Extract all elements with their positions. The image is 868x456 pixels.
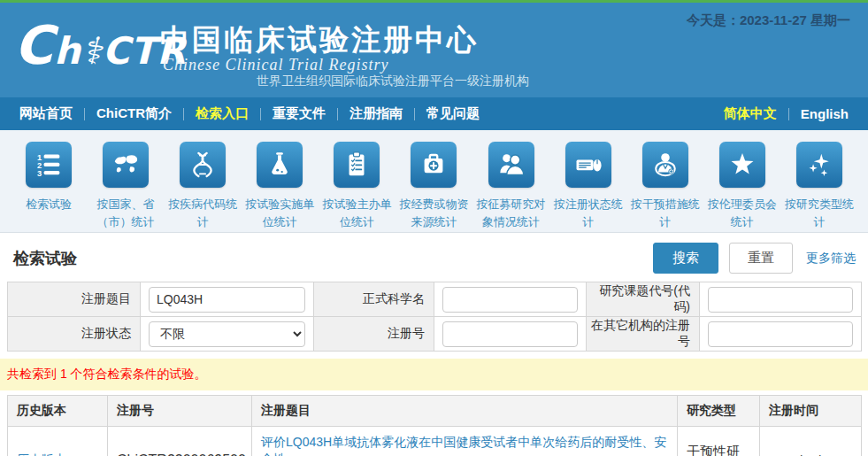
- nav-item-about[interactable]: ChiCTR简介: [96, 105, 172, 122]
- reg-number-label: 注册号: [314, 317, 434, 352]
- language-switcher: 简体中文 English: [724, 105, 849, 122]
- reset-button[interactable]: 重置: [729, 243, 793, 274]
- page: 今天是：2023-11-27 星期一 Ch⚕CTR 中国临床试验注册中心 Chi…: [0, 0, 868, 456]
- stat-by-registration-status[interactable]: 按注册状态统计: [550, 142, 626, 232]
- star-icon: [719, 142, 765, 188]
- result-count-message: 共检索到 1 个符合检索条件的试验。: [0, 359, 868, 390]
- lang-simplified-chinese[interactable]: 简体中文: [724, 105, 777, 122]
- stat-label: 按疾病代码统计: [165, 196, 241, 230]
- stat-label: 按试验主办单位统计: [319, 196, 395, 230]
- stat-label: 按经费或物资来源统计: [396, 196, 472, 230]
- sparkles-icon: [796, 142, 842, 188]
- stat-by-country-province[interactable]: 按国家、省（市）统计: [88, 142, 164, 232]
- col-study-type: 研究类型: [678, 396, 760, 427]
- site-header: 今天是：2023-11-27 星期一 Ch⚕CTR 中国临床试验注册中心 Chi…: [0, 3, 868, 97]
- stat-by-recruitment-status[interactable]: 按征募研究对象情况统计: [473, 142, 549, 232]
- nav-item-documents[interactable]: 重要文件: [273, 105, 326, 122]
- page-title: 检索试验: [13, 248, 77, 269]
- other-reg-number-label: 在其它机构的注册号: [587, 317, 700, 352]
- statistics-shortcut-bar: 1 2 3 检索试验 按国家、省（市）统计: [0, 130, 868, 233]
- clipboard-icon: [334, 142, 380, 188]
- stat-label: 按国家、省（市）统计: [88, 196, 164, 230]
- trial-study-type: 干预性研究: [678, 427, 760, 456]
- sci-name-label: 正式科学名: [314, 282, 434, 317]
- reg-number-input[interactable]: [442, 321, 578, 347]
- stat-by-funding-source[interactable]: 按经费或物资来源统计: [396, 142, 472, 232]
- stat-search-trials[interactable]: 1 2 3 检索试验: [11, 142, 87, 232]
- stat-by-study-type[interactable]: 按研究类型统计: [781, 142, 857, 232]
- stat-by-implementing-unit[interactable]: 按试验实施单位统计: [242, 142, 318, 232]
- search-actions: 搜索 重置 更多筛选: [653, 243, 856, 274]
- history-version-link[interactable]: 历史版本: [17, 452, 66, 456]
- more-filters-link[interactable]: 更多筛选: [806, 251, 856, 267]
- search-form: 注册题目 正式科学名 研究课题代号(代码) 注册状态 不限 注册号 在其它机构的…: [7, 282, 862, 352]
- world-map-icon: [103, 142, 149, 188]
- results-header-row: 历史版本 注册号 注册题目 研究类型 注册时间: [8, 396, 862, 427]
- flask-icon: [257, 142, 303, 188]
- stat-label: 按研究类型统计: [781, 196, 857, 230]
- stat-label: 按征募研究对象情况统计: [473, 196, 549, 230]
- numbered-list-icon: 1 2 3: [26, 142, 72, 188]
- site-title-english: Chinese Clinical Trial Registry: [163, 56, 389, 74]
- stat-by-ethics-committee[interactable]: 按伦理委员会统计: [704, 142, 780, 232]
- stat-label: 按伦理委员会统计: [704, 196, 780, 230]
- stat-label: 按干预措施统计: [627, 196, 703, 230]
- lang-english[interactable]: English: [801, 106, 849, 121]
- table-row: 历史版本 ChiCTR2300069500 评价LQ043H单域抗体雾化液在中国…: [8, 427, 862, 456]
- nav-item-faq[interactable]: 常见问题: [426, 105, 480, 122]
- org-subtitle: 世界卫生组织国际临床试验注册平台一级注册机构: [257, 73, 529, 89]
- project-code-label: 研究课题代号(代码): [587, 282, 700, 317]
- reg-status-select[interactable]: 不限: [149, 321, 305, 347]
- stat-label: 检索试验: [26, 196, 72, 213]
- dna-icon: [180, 142, 226, 188]
- nav-divider: [337, 108, 338, 120]
- trial-title-link[interactable]: 评价LQ043H单域抗体雾化液在中国健康受试者中单次给药后的耐受性、安全性、..…: [261, 435, 666, 456]
- col-reg-title: 注册题目: [252, 396, 678, 427]
- nav-divider: [788, 108, 789, 120]
- nav-divider: [260, 108, 261, 120]
- col-history: 历史版本: [8, 396, 108, 427]
- date-display: 今天是：2023-11-27 星期一: [687, 12, 850, 29]
- svg-text:3: 3: [37, 169, 42, 178]
- sci-name-input[interactable]: [442, 287, 578, 313]
- col-reg-date: 注册时间: [760, 396, 862, 427]
- other-reg-number-input[interactable]: [708, 321, 853, 347]
- site-title-chinese: 中国临床试验注册中心: [160, 20, 479, 60]
- stat-label: 按试验实施单位统计: [242, 196, 318, 230]
- reg-status-label: 注册状态: [8, 317, 141, 352]
- trial-reg-number: ChiCTR2300069500: [117, 452, 246, 456]
- search-section-header: 检索试验 搜索 重置 更多筛选: [0, 233, 868, 282]
- stat-by-disease-code[interactable]: 按疾病代码统计: [165, 142, 241, 232]
- reg-title-input[interactable]: [149, 287, 305, 313]
- stat-by-sponsor-unit[interactable]: 按试验主办单位统计: [319, 142, 395, 232]
- nav-divider: [84, 108, 85, 120]
- nav-divider: [183, 108, 184, 120]
- trial-reg-date: 2023/03/20: [760, 427, 862, 456]
- col-reg-number: 注册号: [108, 396, 252, 427]
- people-icon: [488, 142, 534, 188]
- results-table: 历史版本 注册号 注册题目 研究类型 注册时间 历史版本 ChiCTR23000…: [7, 395, 862, 456]
- nav-item-guide[interactable]: 注册指南: [350, 105, 403, 122]
- project-code-input[interactable]: [708, 287, 853, 313]
- search-button[interactable]: 搜索: [653, 243, 718, 274]
- nav-item-home[interactable]: 网站首页: [19, 105, 73, 122]
- nav-item-search-entry[interactable]: 检索入口: [196, 105, 249, 122]
- stat-label: 按注册状态统计: [550, 196, 626, 230]
- reg-title-label: 注册题目: [8, 282, 141, 317]
- doctor-icon: [642, 142, 688, 188]
- stat-by-intervention[interactable]: 按干预措施统计: [627, 142, 703, 232]
- keyboard-mouse-icon: [565, 142, 611, 188]
- main-nav: 网站首页 ChiCTR简介 检索入口 重要文件 注册指南 常见问题 简体中文 E…: [0, 97, 868, 130]
- nav-divider: [414, 108, 415, 120]
- medical-kit-icon: [411, 142, 457, 188]
